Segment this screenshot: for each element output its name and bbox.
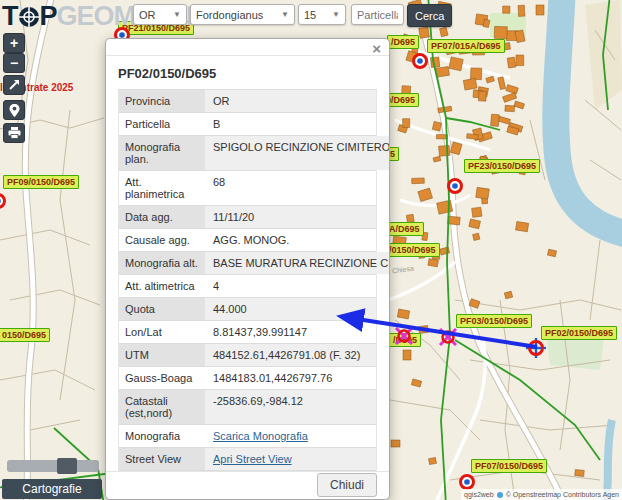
table-row: Lon/Lat8.81437,39.991147 bbox=[119, 321, 376, 344]
cartografie-button[interactable]: Cartografie bbox=[2, 479, 102, 499]
locate-button[interactable] bbox=[3, 100, 25, 120]
row-label: Street View bbox=[119, 448, 205, 470]
layer-opacity-slider[interactable] bbox=[7, 460, 99, 472]
logo-text-p: P bbox=[40, 1, 57, 32]
row-label: Catastali (est,nord) bbox=[119, 390, 205, 424]
comune-select[interactable]: Fordongianus ▼ bbox=[190, 4, 295, 25]
chevron-down-icon: ▼ bbox=[281, 10, 289, 19]
table-row: Data agg.11/11/20 bbox=[119, 206, 376, 229]
table-row: Att. altimetrica4 bbox=[119, 275, 376, 298]
attribute-table: ProvinciaORParticellaBMonografia plan.SP… bbox=[118, 89, 377, 471]
table-row: UTM484152.61,4426791.08 (F. 32) bbox=[119, 344, 376, 367]
row-label: Monografia plan. bbox=[119, 136, 205, 170]
row-value: 4 bbox=[205, 275, 376, 297]
row-label: Causale agg. bbox=[119, 229, 205, 251]
map-feature-label: PF07/0150/D695 bbox=[471, 459, 547, 473]
row-label: Monografia bbox=[119, 425, 205, 447]
zoom-in-button[interactable]: + bbox=[3, 33, 25, 53]
table-row: Quota44.000 bbox=[119, 298, 376, 321]
table-row: ParticellaB bbox=[119, 113, 376, 136]
osm-dot-icon bbox=[497, 492, 503, 498]
map-attribution: qgis2web © Openstreetmap Contributors Ag… bbox=[461, 489, 622, 500]
row-value: 484152.61,4426791.08 (F. 32) bbox=[205, 344, 376, 366]
search-button[interactable]: Cerca bbox=[407, 4, 452, 27]
row-label: UTM bbox=[119, 344, 205, 366]
row-label: Att. altimetrica bbox=[119, 275, 205, 297]
province-select-value: OR bbox=[139, 9, 156, 21]
row-label: Data agg. bbox=[119, 206, 205, 228]
logo-target-icon bbox=[17, 5, 41, 29]
row-value: SPIGOLO RECINZIONE CIMITERO bbox=[205, 136, 390, 170]
map-marker-ring-cross[interactable] bbox=[525, 337, 547, 359]
table-row: MonografiaScarica Monografia bbox=[119, 425, 376, 448]
row-label: Att. planimetrica bbox=[119, 171, 205, 205]
table-row: ProvinciaOR bbox=[119, 90, 376, 113]
map-pin-icon bbox=[9, 104, 20, 117]
top-toolbar: T P GEOMETRI OR ▼ Fordongianus ▼ 15 ▼ Ce… bbox=[0, 0, 622, 30]
particella-input[interactable] bbox=[351, 4, 404, 25]
zoom-out-button[interactable]: − bbox=[3, 53, 25, 73]
row-label: Provincia bbox=[119, 90, 205, 112]
table-row: Catastali (est,nord)-25836.69,-984.12 bbox=[119, 390, 376, 425]
map-feature-label: PF07/015A/D695 bbox=[427, 39, 505, 53]
row-label: Gauss-Boaga bbox=[119, 367, 205, 389]
table-row: Causale agg.AGG. MONOG. bbox=[119, 229, 376, 252]
row-value: 44.000 bbox=[205, 298, 376, 320]
row-label: Particella bbox=[119, 113, 205, 135]
row-value: Apri Street View bbox=[205, 448, 376, 470]
modal-title: PF02/0150/D695 bbox=[106, 56, 389, 89]
printer-icon bbox=[8, 127, 21, 139]
map-feature-label: 0150/D695 bbox=[0, 328, 50, 342]
modal-header: × bbox=[106, 39, 389, 56]
row-value: 11/11/20 bbox=[205, 206, 376, 228]
map-feature-label: A/D695 bbox=[385, 222, 424, 236]
zoom-select-value: 15 bbox=[304, 9, 316, 21]
close-button[interactable]: Chiudi bbox=[317, 473, 377, 497]
logo-text-t: T bbox=[2, 1, 18, 32]
map-feature-label: PF09/0150/D695 bbox=[3, 175, 79, 189]
chevron-down-icon: ▼ bbox=[332, 10, 340, 19]
map-feature-label: PF02/0150/D695 bbox=[541, 326, 617, 340]
row-link[interactable]: Apri Street View bbox=[213, 453, 292, 465]
row-label: Quota bbox=[119, 298, 205, 320]
table-row: Monografia plan.SPIGOLO RECINZIONE CIMIT… bbox=[119, 136, 376, 171]
table-row: Gauss-Boaga1484183.01,4426797.76 bbox=[119, 367, 376, 390]
fullscreen-button[interactable] bbox=[3, 75, 25, 95]
row-value: 68 bbox=[205, 171, 376, 205]
map-feature-label: /0150/D695 bbox=[385, 243, 440, 257]
row-value: 8.81437,39.991147 bbox=[205, 321, 376, 343]
map-marker-ring-dot[interactable] bbox=[0, 190, 9, 212]
map-marker-ring-dot[interactable] bbox=[409, 50, 431, 72]
zoom-level-select[interactable]: 15 ▼ bbox=[298, 4, 346, 25]
search-button-label: Cerca bbox=[415, 10, 444, 22]
row-value: BASE MURATURA RECINZIONE CIMITERO bbox=[205, 252, 390, 274]
map-marker-ring-dot[interactable] bbox=[444, 175, 466, 197]
slider-handle[interactable] bbox=[57, 458, 77, 474]
map-marker-x-ring[interactable] bbox=[437, 326, 459, 348]
close-icon[interactable]: × bbox=[372, 41, 381, 57]
row-value: Scarica Monografia bbox=[205, 425, 376, 447]
table-row: Monografia alt.BASE MURATURA RECINZIONE … bbox=[119, 252, 376, 275]
row-value: B bbox=[205, 113, 376, 135]
attribution-osm: © Openstreetmap Contributors Agen bbox=[506, 491, 619, 498]
map-feature-label: PF03/0150/D695 bbox=[456, 314, 532, 328]
row-link[interactable]: Scarica Monografia bbox=[213, 430, 308, 442]
row-value: 1484183.01,4426797.76 bbox=[205, 367, 376, 389]
row-label: Monografia alt. bbox=[119, 252, 205, 274]
row-value: OR bbox=[205, 90, 376, 112]
attribution-qgis2web: qgis2web bbox=[464, 491, 494, 498]
feature-detail-modal: × PF02/0150/D695 ProvinciaORParticellaBM… bbox=[105, 38, 390, 500]
table-row: Att. planimetrica68 bbox=[119, 171, 376, 206]
row-value: AGG. MONOG. bbox=[205, 229, 376, 251]
print-button[interactable] bbox=[3, 123, 25, 143]
province-select[interactable]: OR ▼ bbox=[133, 4, 187, 25]
expand-arrow-icon bbox=[8, 79, 20, 91]
row-value: -25836.69,-984.12 bbox=[205, 390, 376, 424]
comune-select-value: Fordongianus bbox=[196, 9, 263, 21]
modal-footer: Chiudi bbox=[106, 471, 389, 499]
table-row: Street ViewApri Street View bbox=[119, 448, 376, 471]
app-root: { "topbar": { "logo": {"t": "T", "p": "P… bbox=[0, 0, 622, 500]
map-marker-x-ring[interactable] bbox=[393, 325, 415, 347]
cartografie-label: Cartografie bbox=[22, 482, 81, 496]
map-feature-label: /D695 bbox=[387, 35, 419, 49]
